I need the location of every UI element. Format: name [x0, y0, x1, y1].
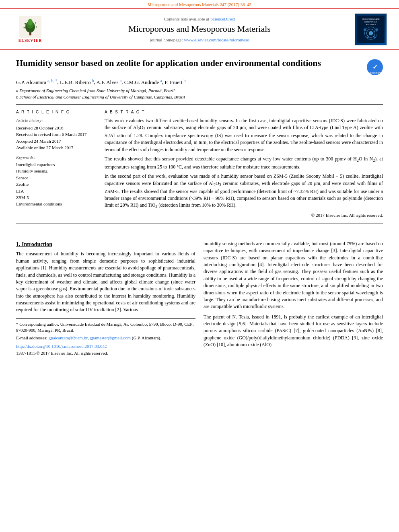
- svg-point-6: [35, 22, 36, 23]
- svg-text:MESOPOROUS: MESOPOROUS: [364, 21, 377, 23]
- author-4: C.M.G. Andrade a: [124, 79, 162, 85]
- info-abstract-section: A R T I C L E I N F O Article history: R…: [16, 105, 383, 224]
- contents-available-line: Contents lists available at ScienceDirec…: [48, 16, 351, 22]
- journal-title: Microporous and Mesoporous Materials: [48, 23, 351, 35]
- journal-cover-image: MICROPOROUS AND MESOPOROUS MATERIALS: [355, 13, 387, 45]
- author-3: A.F. Alves a: [97, 79, 122, 85]
- body-right-column: humidity sensing methods are commerciall…: [204, 240, 383, 357]
- keyword-5: LTA: [16, 188, 97, 194]
- abstract-label: A B S T R A C T: [105, 109, 383, 115]
- crossmark-icon: ✓ CrossMark: [367, 60, 383, 75]
- svg-point-18: [367, 37, 369, 39]
- author-5: F. Fruett b: [165, 79, 186, 85]
- intro-heading: 1. Introduction: [16, 240, 195, 249]
- issn-line: 1387-1811/© 2017 Elsevier Inc. All right…: [16, 350, 195, 356]
- received-date: Received 28 October 2016: [16, 125, 97, 131]
- article-title-container: Humidity sensor based on zeolite for app…: [16, 58, 383, 75]
- elsevier-logo-container: ELSEVIER: [12, 16, 48, 43]
- intro-paragraph-1: The measurement of humidity is becoming …: [16, 251, 195, 314]
- journal-citation-bar: Microporous and Mesoporous Materials 247…: [0, 0, 399, 8]
- affiliation-b: b School of Electrical and Computer Engi…: [16, 94, 383, 100]
- keyword-1: Interdigital capacitors: [16, 162, 97, 168]
- journal-banner-center: Contents lists available at ScienceDirec…: [48, 16, 351, 43]
- email-author: (G.P. Alcantara).: [132, 335, 161, 340]
- keyword-7: Environmental conditions: [16, 201, 97, 207]
- svg-point-5: [25, 23, 26, 25]
- keyword-6: ZSM-5: [16, 195, 97, 201]
- author-2: L.E.B. Ribeiro b: [60, 79, 94, 85]
- intro-paragraph-right-1: humidity sensing methods are commerciall…: [204, 240, 383, 310]
- history-label: Article history:: [16, 117, 97, 123]
- keyword-3: Sensor: [16, 175, 97, 181]
- elsevier-logo: ELSEVIER: [12, 16, 48, 43]
- body-section: 1. Introduction The measurement of humid…: [16, 234, 383, 357]
- main-content: Humidity sensor based on zeolite for app…: [0, 50, 399, 356]
- article-history: Article history: Received 28 October 201…: [16, 117, 97, 151]
- keywords-label: Keywords:: [16, 154, 97, 160]
- email-note: E-mail addresses: gpalcantara@2uem.br, g…: [16, 335, 195, 341]
- copyright-line: © 2017 Elsevier Inc. All rights reserved…: [105, 212, 383, 218]
- keywords-section: Keywords: Interdigital capacitors Humidi…: [16, 154, 97, 207]
- authors-line: G.P. Alcantara a, b, *, L.E.B. Ribeiro b…: [16, 78, 383, 86]
- svg-point-7: [23, 27, 25, 28]
- doi-line: http://dx.doi.org/10.1016/j.micromeso.20…: [16, 343, 195, 349]
- body-left-column: 1. Introduction The measurement of humid…: [16, 240, 195, 357]
- doi-link[interactable]: http://dx.doi.org/10.1016/j.micromeso.20…: [16, 344, 107, 349]
- journal-logo-right: MICROPOROUS AND MESOPOROUS MATERIALS: [351, 13, 387, 45]
- keyword-2: Humidity sensing: [16, 168, 97, 174]
- article-title: Humidity sensor based on zeolite for app…: [16, 58, 363, 69]
- sciencedirect-link[interactable]: ScienceDirect: [210, 16, 235, 21]
- homepage-line: journal homepage: www.elsevier.com/locat…: [48, 37, 351, 43]
- keywords-list: Interdigital capacitors Humidity sensing…: [16, 162, 97, 207]
- body-divider: [16, 229, 383, 229]
- article-info-column: A R T I C L E I N F O Article history: R…: [16, 109, 97, 219]
- svg-text:✓: ✓: [372, 64, 378, 70]
- elsevier-label: ELSEVIER: [19, 38, 42, 43]
- available-date: Available online 27 March 2017: [16, 145, 97, 151]
- received-revised-date: Received in revised form 6 March 2017: [16, 131, 97, 138]
- intro-paragraph-right-2: The patent of N. Tesla, issued in 1891, …: [204, 314, 383, 349]
- affiliations: a Department of Engineering Chemical fro…: [16, 88, 383, 101]
- article-info-label: A R T I C L E I N F O: [16, 109, 97, 115]
- journal-banner: ELSEVIER Contents lists available at Sci…: [0, 8, 399, 50]
- svg-text:CrossMark: CrossMark: [368, 72, 381, 74]
- corresponding-note: * Corresponding author. Universidade Est…: [16, 321, 195, 334]
- article-title-section: Humidity sensor based on zeolite for app…: [16, 50, 383, 104]
- keyword-4: Zeolite: [16, 181, 97, 187]
- email-label: E-mail addresses:: [16, 335, 49, 340]
- abstract-paragraph-1: This work evaluates two different zeolit…: [105, 117, 383, 153]
- footnote-section: * Corresponding author. Universidade Est…: [16, 318, 195, 357]
- svg-text:MICROPOROUS AND: MICROPOROUS AND: [362, 18, 379, 21]
- author-1: G.P. Alcantara a, b, *: [16, 79, 57, 85]
- homepage-link[interactable]: www.elsevier.com/locate/micromeso: [184, 37, 249, 42]
- journal-citation: Microporous and Mesoporous Materials 247…: [148, 2, 251, 7]
- abstract-paragraph-2: The results showed that this sensor prov…: [105, 156, 383, 170]
- svg-point-8: [35, 26, 37, 27]
- affiliation-a: a Department of Engineering Chemical fro…: [16, 88, 383, 94]
- elsevier-tree-icon: [19, 16, 41, 38]
- accepted-date: Accepted 24 March 2017: [16, 138, 97, 144]
- abstract-paragraph-3: In the second part of the work, evaluati…: [105, 173, 383, 210]
- crossmark-badge: ✓ CrossMark: [367, 59, 383, 75]
- svg-text:MATERIALS: MATERIALS: [366, 23, 376, 25]
- svg-point-4: [28, 19, 33, 25]
- journal-cover-svg: MICROPOROUS AND MESOPOROUS MATERIALS: [357, 14, 385, 45]
- abstract-column: A B S T R A C T This work evaluates two …: [105, 109, 383, 219]
- email-link-1[interactable]: gpalcantara@2uem.br: [49, 335, 88, 340]
- email-link-2[interactable]: gpamaster@gmail.com: [90, 335, 131, 340]
